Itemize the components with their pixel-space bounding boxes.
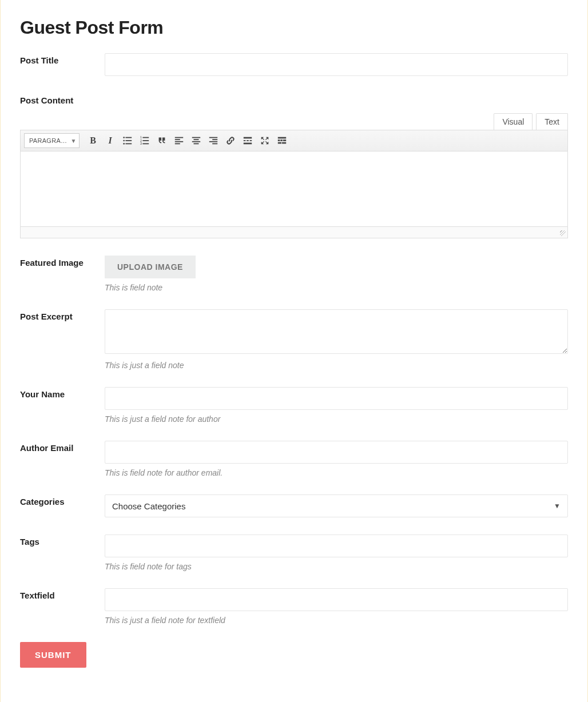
- tab-text[interactable]: Text: [536, 113, 568, 130]
- note-tags: This is field note for tags: [105, 562, 568, 571]
- svg-point-4: [123, 143, 125, 145]
- note-your-name: This is just a field note for author: [105, 414, 568, 424]
- editor-tabs: Visual Text: [20, 113, 568, 130]
- svg-point-0: [123, 137, 125, 138]
- categories-placeholder: Choose Categories: [112, 501, 185, 511]
- editor-content-area[interactable]: [20, 151, 568, 227]
- submit-button[interactable]: SUBMIT: [20, 642, 86, 668]
- svg-rect-18: [192, 141, 200, 142]
- svg-rect-1: [125, 137, 132, 138]
- read-more-icon[interactable]: [240, 133, 256, 149]
- label-tags: Tags: [20, 535, 105, 547]
- tab-visual[interactable]: Visual: [494, 113, 533, 130]
- unordered-list-icon[interactable]: [120, 133, 136, 149]
- post-excerpt-input[interactable]: [105, 309, 568, 354]
- svg-rect-13: [174, 139, 180, 140]
- label-post-excerpt: Post Excerpt: [20, 309, 105, 321]
- label-textfield: Textfield: [20, 588, 105, 600]
- tags-input[interactable]: [105, 535, 568, 557]
- align-left-icon[interactable]: [171, 133, 187, 149]
- align-center-icon[interactable]: [188, 133, 204, 149]
- row-your-name: Your Name This is just a field note for …: [20, 387, 568, 424]
- editor-toolbar: PARAGRA… ▼ B I 123: [20, 130, 568, 151]
- note-featured-image: This is field note: [105, 283, 568, 292]
- svg-rect-34: [282, 142, 286, 144]
- label-post-content: Post Content: [20, 93, 105, 105]
- svg-rect-7: [142, 137, 149, 138]
- textfield-input[interactable]: [105, 588, 568, 611]
- svg-text:3: 3: [140, 142, 141, 145]
- your-name-input[interactable]: [105, 387, 568, 410]
- label-author-email: Author Email: [20, 441, 105, 453]
- svg-rect-26: [247, 140, 249, 141]
- link-icon[interactable]: [223, 133, 239, 149]
- toolbar-toggle-icon[interactable]: [274, 133, 290, 149]
- categories-select[interactable]: Choose Categories ▼: [105, 494, 568, 517]
- svg-rect-29: [277, 137, 285, 139]
- svg-rect-19: [193, 143, 198, 145]
- svg-rect-17: [193, 139, 198, 140]
- author-email-input[interactable]: [105, 441, 568, 464]
- label-your-name: Your Name: [20, 387, 105, 399]
- svg-rect-33: [277, 142, 281, 144]
- svg-rect-22: [209, 141, 217, 142]
- upload-image-button[interactable]: UPLOAD IMAGE: [105, 256, 196, 278]
- row-post-content-label: Post Content: [20, 93, 568, 105]
- svg-rect-16: [192, 137, 200, 138]
- align-right-icon[interactable]: [205, 133, 221, 149]
- svg-rect-9: [142, 140, 149, 141]
- svg-rect-15: [174, 143, 180, 145]
- row-post-title: Post Title: [20, 53, 568, 76]
- rich-text-editor: Visual Text PARAGRA… ▼ B I 123: [20, 113, 568, 238]
- italic-icon[interactable]: I: [102, 133, 118, 149]
- svg-rect-24: [243, 137, 251, 139]
- svg-rect-23: [212, 143, 217, 145]
- chevron-down-icon: ▼: [70, 138, 76, 144]
- row-tags: Tags This is field note for tags: [20, 535, 568, 571]
- row-author-email: Author Email This is field note for auth…: [20, 441, 568, 477]
- label-featured-image: Featured Image: [20, 256, 105, 268]
- svg-rect-25: [243, 140, 245, 141]
- ordered-list-icon[interactable]: 123: [137, 133, 153, 149]
- svg-rect-14: [174, 141, 182, 142]
- svg-rect-3: [125, 140, 132, 141]
- svg-rect-30: [277, 139, 280, 141]
- svg-rect-31: [280, 139, 283, 141]
- svg-rect-12: [174, 137, 182, 138]
- format-dropdown-label: PARAGRA…: [29, 137, 67, 144]
- row-featured-image: Featured Image UPLOAD IMAGE This is fiel…: [20, 256, 568, 292]
- bold-icon[interactable]: B: [85, 133, 101, 149]
- note-textfield: This is just a field note for textfield: [105, 616, 568, 625]
- row-categories: Categories Choose Categories ▼: [20, 494, 568, 517]
- row-post-excerpt: Post Excerpt This is just a field note: [20, 309, 568, 370]
- svg-rect-11: [142, 143, 149, 145]
- svg-rect-5: [125, 143, 132, 145]
- svg-rect-32: [283, 139, 285, 141]
- fullscreen-icon[interactable]: [257, 133, 273, 149]
- blockquote-icon[interactable]: [154, 133, 170, 149]
- format-dropdown[interactable]: PARAGRA… ▼: [24, 133, 80, 148]
- svg-rect-20: [209, 137, 217, 138]
- label-categories: Categories: [20, 494, 105, 506]
- editor-statusbar: [20, 227, 568, 238]
- note-author-email: This is field note for author email.: [105, 468, 568, 477]
- row-textfield: Textfield This is just a field note for …: [20, 588, 568, 625]
- svg-rect-21: [212, 139, 217, 140]
- chevron-down-icon: ▼: [554, 502, 561, 510]
- post-title-input[interactable]: [105, 53, 568, 76]
- svg-rect-27: [249, 140, 252, 141]
- svg-point-2: [123, 140, 125, 142]
- label-post-title: Post Title: [20, 53, 105, 65]
- note-post-excerpt: This is just a field note: [105, 361, 568, 370]
- page-title: Guest Post Form: [20, 17, 568, 38]
- svg-rect-28: [243, 143, 251, 145]
